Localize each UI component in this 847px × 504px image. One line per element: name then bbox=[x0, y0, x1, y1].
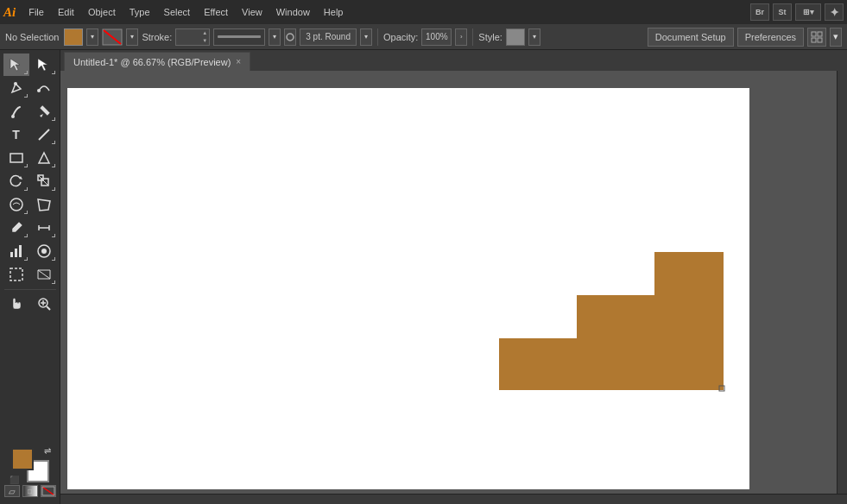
menu-help[interactable]: Help bbox=[318, 4, 350, 20]
style-label: Style: bbox=[478, 32, 503, 42]
opacity-more-options[interactable]: › bbox=[455, 28, 467, 46]
tab-title: Untitled-1* @ 66.67% (RGB/Preview) bbox=[73, 57, 231, 67]
measure-indicator bbox=[52, 234, 55, 237]
document-setup-button[interactable]: Document Setup bbox=[648, 28, 734, 47]
tool-row-7 bbox=[1, 193, 60, 216]
style-dropdown[interactable]: ▾ bbox=[528, 28, 540, 46]
measure-tool[interactable] bbox=[31, 217, 57, 239]
tool-row-11 bbox=[1, 293, 60, 315]
stroke-weight-dropdown[interactable]: ▾ bbox=[360, 28, 372, 46]
menu-edit[interactable]: Edit bbox=[52, 4, 80, 20]
stroke-value-input[interactable] bbox=[176, 29, 200, 45]
pencil-indicator bbox=[52, 117, 55, 121]
arrange-button[interactable] bbox=[807, 28, 826, 47]
pen-tool[interactable] bbox=[3, 77, 29, 99]
fill-color-swatch[interactable] bbox=[64, 28, 83, 46]
line-tool[interactable] bbox=[31, 123, 57, 146]
menu-type[interactable]: Type bbox=[123, 4, 156, 20]
graph-indicator bbox=[24, 257, 28, 261]
pencil-tool[interactable] bbox=[31, 100, 57, 123]
artwork-canvas bbox=[67, 88, 749, 489]
stroke-dropdown[interactable]: ▾ bbox=[126, 28, 138, 46]
reset-colors-icon[interactable]: ⬛ bbox=[9, 476, 19, 484]
opacity-input[interactable] bbox=[421, 28, 452, 46]
slice-tool[interactable] bbox=[31, 263, 57, 286]
paintbrush-tool[interactable] bbox=[3, 100, 29, 123]
warp-tool[interactable] bbox=[3, 193, 29, 216]
workspace-switcher[interactable]: ⊞▾ bbox=[795, 3, 821, 21]
app-icon-group: Br St ⊞▾ ✦ bbox=[750, 3, 844, 21]
free-distort-tool[interactable] bbox=[31, 193, 57, 216]
rotate-tool[interactable] bbox=[3, 170, 29, 192]
width-profile-dropdown[interactable]: ▾ bbox=[269, 28, 281, 46]
svg-marker-7 bbox=[10, 59, 20, 71]
none-icon[interactable] bbox=[41, 485, 56, 497]
svg-point-2 bbox=[287, 34, 294, 41]
svg-rect-27 bbox=[19, 245, 22, 257]
left-toolbar: T bbox=[0, 50, 60, 504]
menu-object[interactable]: Object bbox=[82, 4, 122, 20]
preferences-button[interactable]: Preferences bbox=[737, 28, 804, 47]
document-tab[interactable]: Untitled-1* @ 66.67% (RGB/Preview) × bbox=[64, 52, 250, 71]
style-swatch[interactable] bbox=[506, 28, 525, 46]
stroke-stepper[interactable]: ▲ ▼ bbox=[175, 28, 210, 46]
tool-row-9 bbox=[1, 240, 60, 262]
tool-row-3 bbox=[1, 100, 60, 123]
app-logo: Ai bbox=[3, 5, 16, 20]
type-tool[interactable]: T bbox=[3, 123, 29, 146]
horizontal-scrollbar[interactable] bbox=[60, 494, 847, 504]
svg-rect-12 bbox=[40, 105, 49, 115]
tab-close-button[interactable]: × bbox=[236, 57, 241, 66]
vertical-scrollbar[interactable] bbox=[837, 71, 847, 504]
svg-line-34 bbox=[47, 306, 50, 310]
toolbar-divider-1 bbox=[4, 289, 56, 290]
variable-width-dropdown[interactable] bbox=[213, 28, 265, 46]
menu-view[interactable]: View bbox=[236, 4, 269, 20]
stock-icon[interactable]: St bbox=[773, 3, 792, 21]
tool-row-6 bbox=[1, 170, 60, 192]
tool-row-1 bbox=[1, 54, 60, 76]
options-dropdown[interactable]: ▾ bbox=[830, 28, 842, 47]
selection-tool[interactable] bbox=[3, 54, 29, 76]
svg-point-29 bbox=[41, 249, 47, 254]
graph-tool[interactable] bbox=[3, 240, 29, 262]
color-area: ⇌ ⬛ ▱ □ bbox=[4, 448, 56, 497]
curvature-tool[interactable] bbox=[31, 77, 57, 99]
menu-select[interactable]: Select bbox=[158, 4, 197, 20]
pen-indicator bbox=[24, 94, 28, 98]
separator-2 bbox=[472, 28, 473, 46]
tool-row-8 bbox=[1, 217, 60, 239]
canvas-scroll[interactable] bbox=[60, 71, 847, 504]
svg-marker-13 bbox=[40, 114, 43, 117]
svg-point-10 bbox=[37, 89, 41, 92]
stroke-icon[interactable] bbox=[102, 28, 123, 46]
warp-indicator bbox=[24, 211, 28, 214]
rectangle-tool[interactable] bbox=[3, 147, 29, 169]
symbol-indicator bbox=[52, 257, 55, 261]
shaper-tool[interactable] bbox=[31, 147, 57, 169]
direct-selection-tool[interactable] bbox=[31, 54, 57, 76]
menu-window[interactable]: Window bbox=[270, 4, 316, 20]
gradient-icon[interactable]: □ bbox=[22, 485, 38, 497]
main-area: T bbox=[0, 50, 847, 504]
bridge-icon[interactable]: Br bbox=[750, 3, 769, 21]
none-fill-icon[interactable]: ▱ bbox=[4, 485, 20, 497]
hand-tool[interactable] bbox=[3, 293, 29, 315]
stroke-weight-selector[interactable]: 3 pt. Round bbox=[300, 28, 357, 46]
swap-colors-icon[interactable]: ⇌ bbox=[44, 446, 51, 456]
menu-file[interactable]: File bbox=[22, 4, 50, 20]
brush-def-icon[interactable] bbox=[284, 28, 296, 46]
symbol-tool[interactable] bbox=[31, 240, 57, 262]
foreground-color-swatch[interactable] bbox=[11, 448, 34, 470]
menu-effect[interactable]: Effect bbox=[198, 4, 234, 20]
eyedropper-tool[interactable] bbox=[3, 217, 29, 239]
artboard-tool[interactable] bbox=[3, 263, 29, 286]
zoom-tool[interactable] bbox=[31, 293, 57, 315]
sync-icon[interactable]: ✦ bbox=[825, 3, 844, 21]
opacity-label: Opacity: bbox=[383, 32, 418, 42]
stroke-up-arrow[interactable]: ▲ bbox=[200, 29, 209, 37]
fill-dropdown[interactable]: ▾ bbox=[86, 28, 98, 46]
stroke-down-arrow[interactable]: ▼ bbox=[200, 37, 209, 45]
stepped-shape[interactable] bbox=[357, 252, 724, 390]
scale-tool[interactable] bbox=[31, 170, 57, 192]
